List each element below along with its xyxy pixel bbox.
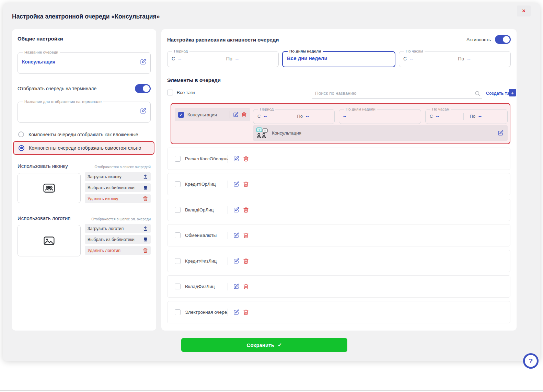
period-from-label: С (172, 56, 175, 61)
trash-icon (241, 112, 247, 117)
close-button[interactable]: × (517, 5, 531, 16)
hours-legend: По часам (404, 49, 425, 54)
delete-element-button[interactable] (241, 112, 247, 117)
consultation-icon: ? (256, 127, 268, 139)
selected-element-chip[interactable]: ✓ Консультация (175, 108, 250, 121)
radio-option-nested[interactable]: Компоненты очереди отображать как вложен… (18, 131, 138, 137)
schedule-hours-field[interactable]: По часам С -- По -- (399, 49, 511, 67)
element-hours-field[interactable]: По часам С -- По -- (425, 107, 508, 124)
edit-element-button[interactable] (233, 156, 239, 162)
edit-component-button[interactable] (498, 130, 504, 136)
radio-option-standalone[interactable]: Компоненты очереди отображать самостояте… (13, 141, 154, 155)
element-row[interactable]: РасчетКассОбслужи… (167, 148, 510, 170)
delete-element-button[interactable] (243, 181, 249, 187)
activity-toggle[interactable] (495, 35, 511, 44)
edit-element-button[interactable] (233, 112, 239, 117)
element-period-to-value[interactable]: -- (306, 114, 309, 119)
element-checkbox[interactable] (175, 232, 181, 238)
delete-logo-button[interactable]: Удалить логотип (85, 246, 151, 255)
element-weekdays-value[interactable]: -- (343, 114, 346, 119)
create-tag-link[interactable]: Создать тэг (486, 91, 511, 96)
element-row[interactable]: КредитФизЛиц (167, 250, 510, 272)
search-input[interactable] (312, 90, 482, 99)
elements-title: Элементы в очереди (167, 77, 221, 83)
delete-icon-label: Удалить иконку (88, 196, 118, 201)
element-checkbox[interactable] (175, 207, 181, 213)
logo-preview-box[interactable] (18, 225, 81, 256)
edit-icon (140, 108, 146, 114)
edit-element-button[interactable] (233, 232, 239, 238)
upload-logo-button[interactable]: Загрузить логотип (85, 224, 151, 233)
upload-icon-label: Загрузить иконку (88, 174, 122, 179)
trash-icon (243, 258, 249, 264)
check-icon: ✓ (278, 342, 282, 348)
upload-icon-button[interactable]: Загрузить иконку (85, 172, 151, 181)
element-row[interactable]: ВкладЮрЛиц (167, 199, 510, 221)
element-label: КредитФизЛиц (185, 258, 228, 264)
delete-icon-button[interactable]: Удалить иконку (85, 194, 151, 203)
edit-terminal-name-button[interactable] (140, 108, 146, 114)
help-button[interactable]: ? (523, 353, 539, 369)
edit-element-button[interactable] (233, 309, 239, 315)
delete-element-button[interactable] (243, 207, 249, 213)
element-row[interactable]: ОбменВалюты (167, 224, 510, 246)
element-period-field[interactable]: Период С -- По -- (253, 107, 335, 124)
edit-queue-name-button[interactable] (140, 59, 146, 65)
weekdays-value[interactable]: Все дни недели (287, 55, 327, 61)
delete-logo-label: Удалить логотип (88, 248, 120, 253)
element-checkbox[interactable] (175, 258, 181, 264)
hours-from-value[interactable]: -- (410, 56, 413, 61)
delete-element-button[interactable] (243, 232, 249, 238)
people-card-icon (43, 183, 55, 193)
delete-element-button[interactable] (243, 156, 249, 162)
schedule-period-field[interactable]: Период С -- По -- (167, 49, 279, 67)
save-button[interactable]: Сохранить ✓ (181, 338, 347, 352)
element-checkbox[interactable] (175, 284, 181, 289)
element-checkbox[interactable] (175, 156, 181, 162)
queue-name-field: Название очереди Консультация (18, 50, 151, 74)
hours-to-value[interactable]: -- (467, 56, 470, 61)
delete-element-button[interactable] (243, 258, 249, 264)
search-icon (474, 90, 481, 97)
delete-element-button[interactable] (243, 309, 249, 315)
create-tag-plus-button[interactable]: + (509, 89, 516, 96)
trash-icon (243, 156, 249, 162)
element-weekdays-field[interactable]: По дням недели -- (339, 107, 421, 124)
element-checkbox[interactable] (175, 309, 181, 315)
element-hours-legend: По часам (430, 107, 451, 112)
edit-element-button[interactable] (233, 258, 239, 264)
icon-preview-box[interactable] (18, 173, 81, 203)
schedule-weekdays-field[interactable]: По дням недели Все дни недели (282, 49, 395, 67)
edit-element-button[interactable] (233, 207, 239, 213)
terminal-name-input[interactable] (22, 108, 140, 114)
element-hours-from-value[interactable]: -- (436, 114, 439, 119)
element-row[interactable]: КредитЮрЛиц (167, 173, 510, 195)
period-to-label: По (226, 56, 232, 61)
radio-icon-nested[interactable] (18, 131, 24, 137)
all-tags-checkbox[interactable] (167, 90, 173, 95)
period-from-value[interactable]: -- (178, 56, 181, 61)
element-checkbox[interactable] (175, 181, 181, 187)
radio-icon-standalone[interactable] (19, 145, 24, 151)
all-tags-checkbox-row[interactable]: Все тэги (167, 90, 195, 95)
element-row[interactable]: Электронная очере… (167, 301, 510, 323)
edit-icon (498, 130, 504, 136)
delete-element-button[interactable] (243, 284, 249, 289)
plus-icon: + (511, 90, 514, 96)
element-hours-to-value[interactable]: -- (478, 114, 482, 119)
selected-element-checkbox[interactable]: ✓ (178, 112, 184, 118)
edit-icon (140, 59, 146, 65)
edit-element-button[interactable] (233, 284, 239, 289)
element-row[interactable]: ВкладФизЛиц (167, 275, 510, 298)
general-settings-title: Общие настройки (18, 36, 63, 42)
element-component-row[interactable]: ? Консультация (253, 125, 508, 141)
element-label: ВкладЮрЛиц (185, 207, 228, 212)
library-icon-label: Выбрать из библиотеки (88, 185, 135, 190)
element-period-from-value[interactable]: -- (264, 114, 267, 119)
period-to-value[interactable]: -- (235, 56, 239, 61)
choose-logo-library-button[interactable]: Выбрать из библиотеки (85, 235, 151, 244)
edit-element-button[interactable] (233, 181, 239, 187)
show-on-terminal-toggle[interactable] (135, 84, 151, 93)
question-icon: ? (529, 357, 533, 365)
choose-icon-library-button[interactable]: Выбрать из библиотеки (85, 183, 151, 192)
